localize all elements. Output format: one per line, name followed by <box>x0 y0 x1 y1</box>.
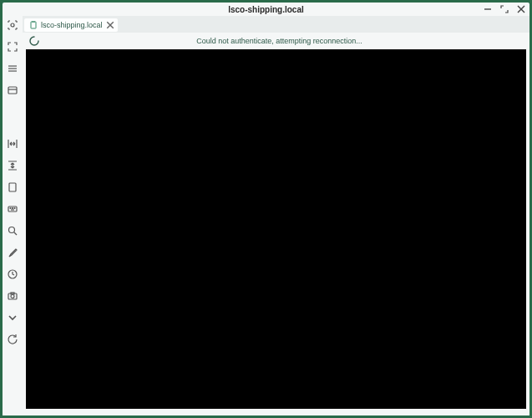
camera-icon[interactable] <box>5 288 20 303</box>
window-controls <box>483 3 526 16</box>
svg-point-15 <box>9 227 15 233</box>
svg-point-12 <box>13 208 13 209</box>
minimize-button[interactable] <box>483 4 493 14</box>
titlebar: lsco-shipping.local <box>3 3 529 16</box>
svg-rect-9 <box>9 183 16 191</box>
fullscreen-icon[interactable] <box>5 39 20 54</box>
status-bar: Could not authenticate, attempting recon… <box>23 33 529 49</box>
tool-icon[interactable] <box>5 245 20 260</box>
svg-rect-7 <box>8 87 17 94</box>
themes-icon[interactable] <box>5 83 20 98</box>
status-message: Could not authenticate, attempting recon… <box>46 37 529 45</box>
svg-point-13 <box>14 208 15 209</box>
clock-icon[interactable] <box>5 267 20 282</box>
target-icon[interactable] <box>5 18 20 33</box>
refresh-icon[interactable] <box>5 332 20 347</box>
remote-viewport[interactable] <box>26 49 526 409</box>
menu-icon[interactable] <box>5 61 20 76</box>
zoom-icon[interactable] <box>5 223 20 238</box>
page-icon[interactable] <box>5 180 20 195</box>
window-title: lsco-shipping.local <box>228 5 304 14</box>
svg-rect-22 <box>32 22 35 23</box>
main-area: lsco-shipping.local Could not authentica… <box>23 16 529 415</box>
svg-point-11 <box>10 208 11 209</box>
close-button[interactable] <box>516 4 526 14</box>
svg-point-3 <box>11 23 14 27</box>
tab[interactable]: lsco-shipping.local <box>24 18 118 32</box>
sidebar <box>3 16 23 415</box>
document-icon <box>29 21 38 29</box>
tab-close-button[interactable] <box>106 21 114 29</box>
keyboard-icon[interactable] <box>5 201 20 217</box>
maximize-button[interactable] <box>499 4 509 14</box>
content-wrapper <box>23 49 529 415</box>
app-window: lsco-shipping.local <box>3 3 529 415</box>
resize-vertical-icon[interactable] <box>5 158 20 173</box>
resize-horizontal-icon[interactable] <box>5 136 20 151</box>
svg-rect-21 <box>31 22 36 28</box>
loading-spinner-icon <box>29 36 39 46</box>
svg-line-16 <box>14 232 17 235</box>
tabbar: lsco-shipping.local <box>23 16 529 33</box>
chevron-down-icon[interactable] <box>5 310 20 325</box>
svg-point-19 <box>11 295 14 298</box>
window-body: lsco-shipping.local Could not authentica… <box>3 16 529 415</box>
tab-label: lsco-shipping.local <box>41 21 103 29</box>
